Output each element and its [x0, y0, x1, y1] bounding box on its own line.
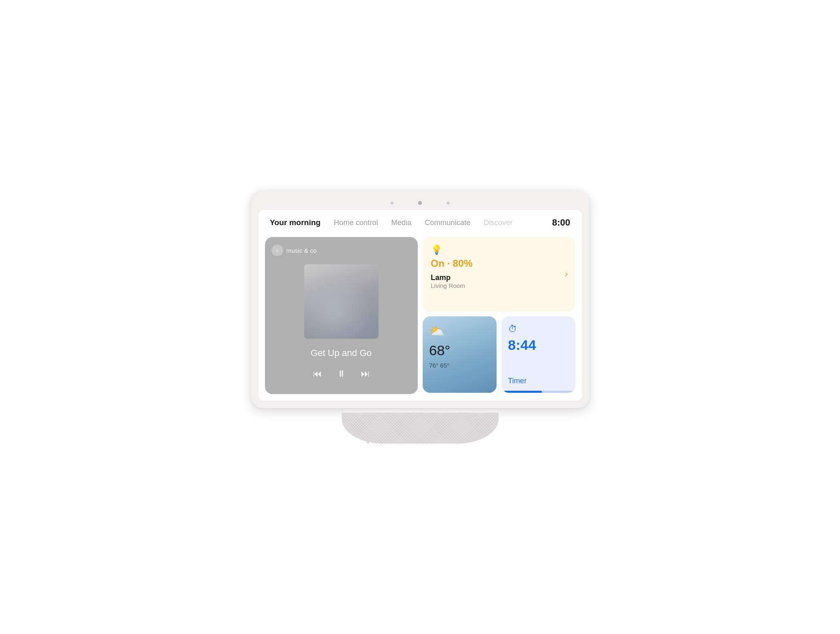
pause-button[interactable]: ⏸	[337, 368, 346, 379]
nav-bar: Your morning Home control Media Communic…	[258, 210, 582, 233]
weather-temperature: 68°	[429, 342, 450, 359]
timer-label: Timer	[508, 377, 527, 385]
google-nest-hub: Your morning Home control Media Communic…	[251, 190, 589, 444]
lamp-card[interactable]: 💡 On · 80% Lamp Living Room ›	[423, 237, 575, 311]
weather-icon: ⛅	[429, 324, 445, 338]
device-screen: Your morning Home control Media Communic…	[258, 210, 582, 401]
lamp-arrow-icon[interactable]: ›	[565, 269, 568, 280]
device-housing: Your morning Home control Media Communic…	[251, 190, 589, 408]
lamp-location: Living Room	[431, 282, 567, 289]
cards-layout: ♪ music & co Get Up and Go ⏮ ⏸ ⏭	[258, 233, 582, 401]
weather-card[interactable]: ⛅ 68° 76° 65°	[423, 316, 497, 393]
left-column: ♪ music & co Get Up and Go ⏮ ⏸ ⏭	[265, 237, 418, 394]
song-title: Get Up and Go	[311, 348, 372, 359]
lamp-status: On · 80%	[431, 258, 567, 269]
timer-icon: ⏱	[508, 324, 517, 335]
nav-item-communicate[interactable]: Communicate	[425, 218, 471, 228]
album-art	[304, 264, 379, 339]
next-button[interactable]: ⏭	[361, 368, 370, 379]
lamp-name: Lamp	[431, 273, 567, 282]
device-base	[342, 406, 499, 444]
music-source: ♪ music & co	[272, 245, 317, 256]
nav-time: 8:00	[552, 217, 570, 228]
weather-range: 76° 65°	[429, 362, 450, 369]
camera-dot-right	[447, 202, 450, 204]
timer-progress-bar	[502, 391, 575, 393]
nav-item-media[interactable]: Media	[391, 218, 412, 228]
right-column: 💡 On · 80% Lamp Living Room › ⛅ 68° 76° …	[423, 237, 575, 394]
camera-dot-left	[390, 202, 393, 204]
music-app-icon: ♪	[272, 245, 283, 256]
timer-progress-fill	[502, 391, 542, 393]
nav-item-home-control[interactable]: Home control	[334, 218, 378, 228]
device-top-bar	[258, 198, 582, 210]
camera-dot-center	[418, 201, 422, 205]
music-card[interactable]: ♪ music & co Get Up and Go ⏮ ⏸ ⏭	[265, 237, 418, 394]
lamp-icon: 💡	[431, 245, 567, 255]
speaker-grille	[342, 413, 499, 444]
nav-item-discover[interactable]: Discover	[484, 218, 513, 228]
timer-time: 8:44	[508, 337, 536, 353]
timer-card[interactable]: ⏱ 8:44 Timer	[502, 316, 575, 393]
album-art-image	[304, 264, 379, 339]
prev-button[interactable]: ⏮	[313, 368, 322, 379]
bottom-cards: ⛅ 68° 76° 65° ⏱ 8:44 Timer	[423, 316, 575, 393]
speaker-base	[342, 413, 499, 444]
music-controls: ⏮ ⏸ ⏭	[313, 368, 370, 379]
music-source-name: music & co	[286, 247, 317, 254]
nav-item-your-morning[interactable]: Your morning	[270, 217, 321, 228]
